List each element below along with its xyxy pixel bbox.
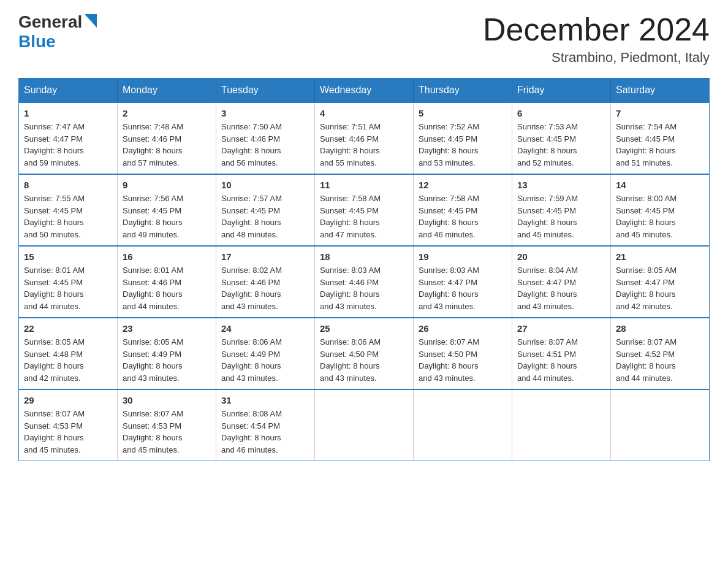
col-thursday: Thursday [414, 79, 512, 103]
calendar-week-2: 8 Sunrise: 7:55 AMSunset: 4:45 PMDayligh… [19, 174, 710, 246]
day-info: Sunrise: 8:05 AMSunset: 4:49 PMDaylight:… [123, 337, 183, 383]
day-info: Sunrise: 8:05 AMSunset: 4:48 PMDaylight:… [24, 337, 85, 383]
table-row: 30 Sunrise: 8:07 AMSunset: 4:53 PMDaylig… [118, 389, 216, 461]
day-number: 8 [24, 180, 112, 190]
day-number: 17 [221, 251, 309, 262]
col-monday: Monday [118, 79, 216, 103]
day-number: 3 [221, 108, 309, 118]
day-info: Sunrise: 8:07 AMSunset: 4:53 PMDaylight:… [123, 409, 183, 454]
calendar-week-4: 22 Sunrise: 8:05 AMSunset: 4:48 PMDaylig… [19, 318, 710, 389]
table-row: 14 Sunrise: 8:00 AMSunset: 4:45 PMDaylig… [611, 174, 710, 246]
day-info: Sunrise: 8:03 AMSunset: 4:46 PMDaylight:… [320, 266, 381, 311]
table-row: 27 Sunrise: 8:07 AMSunset: 4:51 PMDaylig… [512, 318, 611, 389]
table-row: 15 Sunrise: 8:01 AMSunset: 4:45 PMDaylig… [19, 246, 118, 318]
day-info: Sunrise: 7:50 AMSunset: 4:46 PMDaylight:… [221, 122, 282, 167]
table-row: 4 Sunrise: 7:51 AMSunset: 4:46 PMDayligh… [315, 102, 414, 174]
calendar-table: Sunday Monday Tuesday Wednesday Thursday… [18, 78, 710, 461]
table-row: 23 Sunrise: 8:05 AMSunset: 4:49 PMDaylig… [118, 318, 216, 389]
day-number: 27 [517, 323, 605, 334]
day-info: Sunrise: 8:06 AMSunset: 4:50 PMDaylight:… [320, 337, 381, 383]
day-number: 2 [123, 108, 211, 118]
table-row [512, 389, 611, 461]
col-wednesday: Wednesday [315, 79, 414, 103]
page-subtitle: Strambino, Piedmont, Italy [483, 50, 710, 66]
table-row: 8 Sunrise: 7:55 AMSunset: 4:45 PMDayligh… [19, 174, 118, 246]
day-number: 21 [616, 251, 704, 262]
day-number: 15 [24, 251, 112, 262]
day-info: Sunrise: 8:07 AMSunset: 4:52 PMDaylight:… [616, 337, 677, 383]
day-info: Sunrise: 7:58 AMSunset: 4:45 PMDaylight:… [320, 194, 381, 239]
day-number: 23 [123, 323, 211, 334]
day-number: 13 [517, 180, 605, 190]
table-row: 2 Sunrise: 7:48 AMSunset: 4:46 PMDayligh… [118, 102, 216, 174]
day-info: Sunrise: 7:52 AMSunset: 4:45 PMDaylight:… [419, 122, 479, 167]
col-tuesday: Tuesday [216, 79, 315, 103]
day-number: 10 [221, 180, 309, 190]
day-number: 29 [24, 395, 112, 405]
table-row: 16 Sunrise: 8:01 AMSunset: 4:46 PMDaylig… [118, 246, 216, 318]
table-row [414, 389, 512, 461]
page-header: General Blue December 2024 Strambino, Pi… [18, 12, 710, 66]
table-row: 31 Sunrise: 8:08 AMSunset: 4:54 PMDaylig… [216, 389, 315, 461]
day-number: 12 [419, 180, 507, 190]
table-row: 19 Sunrise: 8:03 AMSunset: 4:47 PMDaylig… [414, 246, 512, 318]
logo-general-text: General [18, 12, 82, 32]
table-row: 20 Sunrise: 8:04 AMSunset: 4:47 PMDaylig… [512, 246, 611, 318]
day-number: 31 [221, 395, 309, 405]
day-number: 7 [616, 108, 704, 118]
svg-marker-0 [85, 14, 97, 28]
table-row [315, 389, 414, 461]
day-info: Sunrise: 8:02 AMSunset: 4:46 PMDaylight:… [221, 266, 282, 311]
calendar-week-5: 29 Sunrise: 8:07 AMSunset: 4:53 PMDaylig… [19, 389, 710, 461]
table-row: 11 Sunrise: 7:58 AMSunset: 4:45 PMDaylig… [315, 174, 414, 246]
table-row: 24 Sunrise: 8:06 AMSunset: 4:49 PMDaylig… [216, 318, 315, 389]
col-friday: Friday [512, 79, 611, 103]
title-section: December 2024 Strambino, Piedmont, Italy [483, 12, 710, 66]
day-info: Sunrise: 7:56 AMSunset: 4:45 PMDaylight:… [123, 194, 183, 239]
day-info: Sunrise: 8:06 AMSunset: 4:49 PMDaylight:… [221, 337, 282, 383]
table-row: 1 Sunrise: 7:47 AMSunset: 4:47 PMDayligh… [19, 102, 118, 174]
day-number: 14 [616, 180, 704, 190]
table-row: 13 Sunrise: 7:59 AMSunset: 4:45 PMDaylig… [512, 174, 611, 246]
day-number: 26 [419, 323, 507, 334]
calendar-week-3: 15 Sunrise: 8:01 AMSunset: 4:45 PMDaylig… [19, 246, 710, 318]
day-info: Sunrise: 8:08 AMSunset: 4:54 PMDaylight:… [221, 409, 282, 454]
day-number: 4 [320, 108, 408, 118]
logo: General Blue [18, 12, 97, 52]
day-number: 19 [419, 251, 507, 262]
day-number: 5 [419, 108, 507, 118]
day-info: Sunrise: 7:59 AMSunset: 4:45 PMDaylight:… [517, 194, 578, 239]
day-info: Sunrise: 8:07 AMSunset: 4:53 PMDaylight:… [24, 409, 85, 454]
col-sunday: Sunday [19, 79, 118, 103]
day-info: Sunrise: 7:51 AMSunset: 4:46 PMDaylight:… [320, 122, 381, 167]
table-row: 25 Sunrise: 8:06 AMSunset: 4:50 PMDaylig… [315, 318, 414, 389]
day-number: 22 [24, 323, 112, 334]
day-info: Sunrise: 8:01 AMSunset: 4:46 PMDaylight:… [123, 266, 183, 311]
day-number: 28 [616, 323, 704, 334]
day-info: Sunrise: 8:03 AMSunset: 4:47 PMDaylight:… [419, 266, 479, 311]
table-row: 17 Sunrise: 8:02 AMSunset: 4:46 PMDaylig… [216, 246, 315, 318]
day-info: Sunrise: 7:58 AMSunset: 4:45 PMDaylight:… [419, 194, 479, 239]
logo-blue-text: Blue [18, 32, 56, 51]
day-info: Sunrise: 8:05 AMSunset: 4:47 PMDaylight:… [616, 266, 677, 311]
table-row: 12 Sunrise: 7:58 AMSunset: 4:45 PMDaylig… [414, 174, 512, 246]
table-row: 10 Sunrise: 7:57 AMSunset: 4:45 PMDaylig… [216, 174, 315, 246]
day-number: 16 [123, 251, 211, 262]
day-number: 18 [320, 251, 408, 262]
table-row: 28 Sunrise: 8:07 AMSunset: 4:52 PMDaylig… [611, 318, 710, 389]
day-number: 11 [320, 180, 408, 190]
day-number: 1 [24, 108, 112, 118]
table-row: 29 Sunrise: 8:07 AMSunset: 4:53 PMDaylig… [19, 389, 118, 461]
table-row: 5 Sunrise: 7:52 AMSunset: 4:45 PMDayligh… [414, 102, 512, 174]
calendar-header-row: Sunday Monday Tuesday Wednesday Thursday… [19, 79, 710, 103]
day-number: 25 [320, 323, 408, 334]
table-row: 3 Sunrise: 7:50 AMSunset: 4:46 PMDayligh… [216, 102, 315, 174]
day-info: Sunrise: 8:07 AMSunset: 4:51 PMDaylight:… [517, 337, 578, 383]
table-row: 22 Sunrise: 8:05 AMSunset: 4:48 PMDaylig… [19, 318, 118, 389]
table-row: 6 Sunrise: 7:53 AMSunset: 4:45 PMDayligh… [512, 102, 611, 174]
day-number: 20 [517, 251, 605, 262]
table-row [611, 389, 710, 461]
day-number: 24 [221, 323, 309, 334]
table-row: 18 Sunrise: 8:03 AMSunset: 4:46 PMDaylig… [315, 246, 414, 318]
logo-arrow-shape [85, 14, 97, 30]
